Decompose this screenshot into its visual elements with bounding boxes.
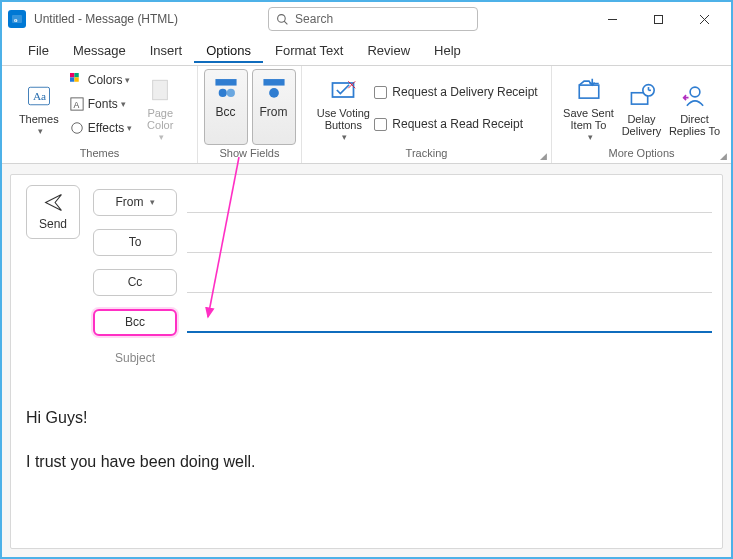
menu-file[interactable]: File — [16, 38, 61, 63]
group-show-fields: Bcc From Show Fields — [198, 66, 302, 163]
fonts-icon: A — [70, 97, 84, 111]
group-tracking: Use Voting Buttons▾ Request a Delivery R… — [302, 66, 552, 163]
svg-point-31 — [690, 87, 700, 97]
svg-point-20 — [226, 89, 234, 97]
read-receipt-checkbox[interactable]: Request a Read Receipt — [374, 113, 537, 135]
svg-line-3 — [284, 21, 287, 24]
colors-button[interactable]: Colors▾ — [65, 69, 137, 91]
svg-point-16 — [72, 123, 83, 134]
bcc-toggle[interactable]: Bcc — [204, 69, 248, 145]
group-label-tracking: Tracking — [406, 146, 448, 162]
svg-rect-10 — [70, 73, 74, 77]
svg-rect-17 — [153, 80, 168, 100]
menu-message[interactable]: Message — [61, 38, 138, 63]
bcc-field[interactable] — [187, 311, 712, 333]
colors-icon — [70, 73, 84, 87]
body-line: Hi Guys! — [26, 407, 712, 429]
group-label-more-options: More Options — [608, 146, 674, 162]
bcc-button[interactable]: Bcc — [93, 309, 177, 336]
group-label-themes: Themes — [80, 146, 120, 162]
send-icon — [44, 193, 63, 212]
cc-button[interactable]: Cc — [93, 269, 177, 296]
bcc-icon — [213, 75, 239, 101]
svg-rect-21 — [263, 79, 284, 86]
menu-format-text[interactable]: Format Text — [263, 38, 355, 63]
delay-delivery-button[interactable]: Delay Delivery — [617, 69, 667, 145]
delivery-receipt-checkbox[interactable]: Request a Delivery Receipt — [374, 81, 537, 103]
compose-surface: Send From ▾ To Cc Bcc — [10, 174, 723, 549]
menu-insert[interactable]: Insert — [138, 38, 195, 63]
svg-point-19 — [218, 89, 226, 97]
minimize-button[interactable] — [589, 4, 635, 34]
send-button[interactable]: Send — [26, 185, 80, 239]
to-button[interactable]: To — [93, 229, 177, 256]
dialog-launcher-icon[interactable]: ◢ — [540, 151, 547, 161]
from-toggle[interactable]: From — [252, 69, 296, 145]
svg-rect-26 — [579, 85, 599, 98]
svg-text:A: A — [73, 100, 79, 110]
to-field[interactable] — [187, 231, 712, 253]
outlook-icon: o — [8, 10, 26, 28]
subject-label: Subject — [93, 351, 177, 365]
title-bar: o Untitled - Message (HTML) Search — [2, 2, 731, 36]
use-voting-button[interactable]: Use Voting Buttons▾ — [315, 69, 371, 145]
from-button[interactable]: From ▾ — [93, 189, 177, 216]
svg-text:Aa: Aa — [33, 90, 46, 102]
window-title: Untitled - Message (HTML) — [34, 12, 178, 26]
cc-field[interactable] — [187, 271, 712, 293]
search-placeholder: Search — [295, 12, 333, 26]
menu-help[interactable]: Help — [422, 38, 473, 63]
maximize-button[interactable] — [635, 4, 681, 34]
close-button[interactable] — [681, 4, 727, 34]
page-color-button[interactable]: Page Color▾ — [137, 69, 183, 145]
save-sent-button[interactable]: Save Sent Item To▾ — [561, 69, 617, 145]
chevron-down-icon: ▾ — [38, 125, 43, 137]
svg-rect-13 — [74, 77, 78, 81]
from-icon — [261, 75, 287, 101]
ribbon: Aa Themes▾ Colors▾ A Fonts▾ Effects▾ — [2, 66, 731, 164]
from-field[interactable] — [187, 191, 712, 213]
search-box[interactable]: Search — [268, 7, 478, 31]
svg-point-22 — [269, 88, 279, 98]
svg-rect-11 — [74, 73, 78, 77]
svg-rect-12 — [70, 77, 74, 81]
checkbox-icon — [374, 118, 387, 131]
delay-icon — [627, 81, 657, 111]
group-label-show-fields: Show Fields — [220, 146, 280, 162]
body-line: I trust you have been doing well. — [26, 451, 712, 473]
menu-options[interactable]: Options — [194, 38, 263, 63]
themes-icon: Aa — [24, 81, 54, 111]
window-buttons — [589, 4, 727, 34]
page-color-icon — [145, 75, 175, 105]
group-themes: Aa Themes▾ Colors▾ A Fonts▾ Effects▾ — [2, 66, 198, 163]
dialog-launcher-icon[interactable]: ◢ — [720, 151, 727, 161]
direct-replies-button[interactable]: Direct Replies To — [667, 69, 723, 145]
menu-bar: File Message Insert Options Format Text … — [2, 36, 731, 66]
voting-icon — [328, 75, 358, 105]
save-sent-icon — [574, 75, 604, 105]
svg-text:o: o — [14, 16, 18, 24]
themes-button[interactable]: Aa Themes▾ — [16, 69, 62, 145]
chevron-down-icon: ▾ — [150, 197, 155, 207]
svg-point-2 — [278, 14, 286, 22]
message-body[interactable]: Hi Guys! I trust you have been doing wel… — [26, 407, 712, 474]
checkbox-icon — [374, 86, 387, 99]
group-more-options: Save Sent Item To▾ Delay Delivery Direct… — [552, 66, 731, 163]
menu-review[interactable]: Review — [355, 38, 422, 63]
direct-replies-icon — [680, 81, 710, 111]
effects-button[interactable]: Effects▾ — [65, 117, 137, 139]
effects-icon — [70, 121, 84, 135]
svg-rect-5 — [654, 15, 662, 23]
svg-rect-18 — [215, 79, 236, 86]
subject-field[interactable] — [177, 347, 712, 369]
fonts-button[interactable]: A Fonts▾ — [65, 93, 137, 115]
